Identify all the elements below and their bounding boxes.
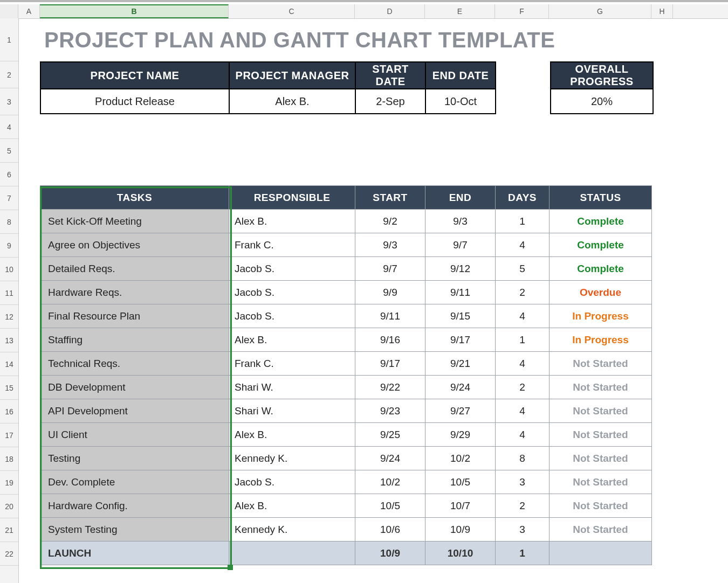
cell-days[interactable]: 4 bbox=[496, 423, 550, 447]
cell-days[interactable]: 2 bbox=[496, 376, 550, 399]
cell-task[interactable]: Hardware Reqs. bbox=[40, 281, 229, 304]
fill-handle[interactable] bbox=[228, 565, 233, 570]
cell-task[interactable]: Agree on Objectives bbox=[40, 233, 229, 257]
cell-end[interactable]: 10/2 bbox=[425, 447, 496, 470]
col-header-E[interactable]: E bbox=[425, 4, 495, 18]
cell-start[interactable]: 10/5 bbox=[355, 494, 425, 518]
cell-days[interactable]: 4 bbox=[496, 233, 550, 257]
cell-status[interactable]: Complete bbox=[550, 257, 652, 281]
cell-responsible[interactable]: Alex B. bbox=[229, 494, 355, 518]
row-header-16[interactable]: 16 bbox=[0, 400, 18, 424]
cell-days[interactable]: 4 bbox=[496, 352, 550, 376]
cell-end[interactable]: 10/7 bbox=[425, 494, 496, 518]
meta-cell-end-date[interactable]: 10-Oct bbox=[425, 89, 496, 114]
cell-days[interactable]: 8 bbox=[496, 447, 550, 470]
cell-responsible[interactable]: Jacob S. bbox=[229, 281, 355, 304]
cell-status[interactable]: Complete bbox=[550, 210, 652, 233]
cell-status[interactable]: In Progress bbox=[550, 328, 652, 352]
cell-start[interactable]: 9/2 bbox=[355, 210, 425, 233]
cell-end[interactable]: 9/7 bbox=[425, 233, 496, 257]
cell-days[interactable]: 1 bbox=[496, 542, 550, 565]
cell-status[interactable]: Not Started bbox=[550, 423, 652, 447]
row-header-2[interactable]: 2 bbox=[0, 61, 18, 88]
cell-days[interactable]: 1 bbox=[496, 210, 550, 233]
cell-start[interactable]: 10/9 bbox=[355, 542, 425, 565]
cell-status[interactable]: Not Started bbox=[550, 376, 652, 399]
cell-task[interactable]: Final Resource Plan bbox=[40, 304, 229, 328]
cell-start[interactable]: 9/25 bbox=[355, 423, 425, 447]
row-header-3[interactable]: 3 bbox=[0, 88, 18, 115]
row-header-15[interactable]: 15 bbox=[0, 376, 18, 400]
cell-task[interactable]: Hardware Config. bbox=[40, 494, 229, 518]
cell-end[interactable]: 9/29 bbox=[425, 423, 496, 447]
cell-status[interactable]: Complete bbox=[550, 233, 652, 257]
cell-status[interactable]: Overdue bbox=[550, 281, 652, 304]
col-header-C[interactable]: C bbox=[229, 4, 355, 18]
cell-responsible[interactable]: Jacob S. bbox=[229, 304, 355, 328]
cell-status[interactable]: Not Started bbox=[550, 352, 652, 376]
cell-start[interactable]: 9/16 bbox=[355, 328, 425, 352]
cell-end[interactable]: 9/24 bbox=[425, 376, 496, 399]
cell-task[interactable]: System Testing bbox=[40, 518, 229, 542]
cell-end[interactable]: 9/27 bbox=[425, 399, 496, 423]
row-header-22[interactable]: 22 bbox=[0, 542, 18, 566]
cell-start[interactable]: 9/11 bbox=[355, 304, 425, 328]
row-header-13[interactable]: 13 bbox=[0, 329, 18, 352]
cell-responsible[interactable]: Jacob S. bbox=[229, 257, 355, 281]
row-header-18[interactable]: 18 bbox=[0, 447, 18, 471]
cell-end[interactable]: 9/15 bbox=[425, 304, 496, 328]
cell-status[interactable] bbox=[550, 542, 652, 565]
cell-days[interactable]: 2 bbox=[496, 494, 550, 518]
row-header-1[interactable]: 1 bbox=[0, 18, 18, 61]
cell-status[interactable]: Not Started bbox=[550, 518, 652, 542]
col-header-H[interactable]: H bbox=[651, 4, 673, 18]
meta-cell-project-manager[interactable]: Alex B. bbox=[229, 89, 355, 114]
row-header-12[interactable]: 12 bbox=[0, 305, 18, 329]
cell-start[interactable]: 10/6 bbox=[355, 518, 425, 542]
cell-days[interactable]: 3 bbox=[496, 470, 550, 494]
cell-responsible[interactable]: Kennedy K. bbox=[229, 447, 355, 470]
col-header-F[interactable]: F bbox=[495, 4, 549, 18]
cell-days[interactable]: 2 bbox=[496, 281, 550, 304]
row-header-6[interactable]: 6 bbox=[0, 163, 18, 186]
cell-end[interactable]: 10/9 bbox=[425, 518, 496, 542]
col-header-G[interactable]: G bbox=[549, 4, 651, 18]
cell-status[interactable]: In Progress bbox=[550, 304, 652, 328]
cell-task[interactable]: Staffing bbox=[40, 328, 229, 352]
cell-start[interactable]: 10/2 bbox=[355, 470, 425, 494]
cell-start[interactable]: 9/7 bbox=[355, 257, 425, 281]
cell-status[interactable]: Not Started bbox=[550, 470, 652, 494]
cell-task[interactable]: Testing bbox=[40, 447, 229, 470]
cell-start[interactable]: 9/24 bbox=[355, 447, 425, 470]
cell-days[interactable]: 5 bbox=[496, 257, 550, 281]
cell-end[interactable]: 9/3 bbox=[425, 210, 496, 233]
row-header-8[interactable]: 8 bbox=[0, 210, 18, 234]
col-header-B[interactable]: B bbox=[40, 4, 229, 18]
cell-days[interactable]: 4 bbox=[496, 399, 550, 423]
row-header-7[interactable]: 7 bbox=[0, 186, 18, 210]
cell-start[interactable]: 9/22 bbox=[355, 376, 425, 399]
row-header-19[interactable]: 19 bbox=[0, 471, 18, 495]
row-header-5[interactable]: 5 bbox=[0, 139, 18, 163]
cell-end[interactable]: 9/11 bbox=[425, 281, 496, 304]
cell-responsible[interactable]: Frank C. bbox=[229, 352, 355, 376]
cell-status[interactable]: Not Started bbox=[550, 399, 652, 423]
cell-end[interactable]: 10/5 bbox=[425, 470, 496, 494]
cell-end[interactable]: 9/21 bbox=[425, 352, 496, 376]
row-header-20[interactable]: 20 bbox=[0, 495, 18, 518]
cell-task[interactable]: Detailed Reqs. bbox=[40, 257, 229, 281]
select-all-corner[interactable] bbox=[0, 4, 18, 18]
cell-responsible[interactable]: Kennedy K. bbox=[229, 518, 355, 542]
meta-cell-project-name[interactable]: Product Release bbox=[40, 89, 229, 114]
row-header-10[interactable]: 10 bbox=[0, 258, 18, 281]
cell-end[interactable]: 9/12 bbox=[425, 257, 496, 281]
cell-days[interactable]: 4 bbox=[496, 304, 550, 328]
meta-cell-start-date[interactable]: 2-Sep bbox=[355, 89, 425, 114]
cell-responsible[interactable]: Alex B. bbox=[229, 210, 355, 233]
cell-responsible[interactable]: Alex B. bbox=[229, 328, 355, 352]
row-header-9[interactable]: 9 bbox=[0, 234, 18, 258]
cell-responsible[interactable]: Shari W. bbox=[229, 376, 355, 399]
col-header-A[interactable]: A bbox=[18, 4, 40, 18]
cell-days[interactable]: 1 bbox=[496, 328, 550, 352]
row-header-14[interactable]: 14 bbox=[0, 352, 18, 376]
